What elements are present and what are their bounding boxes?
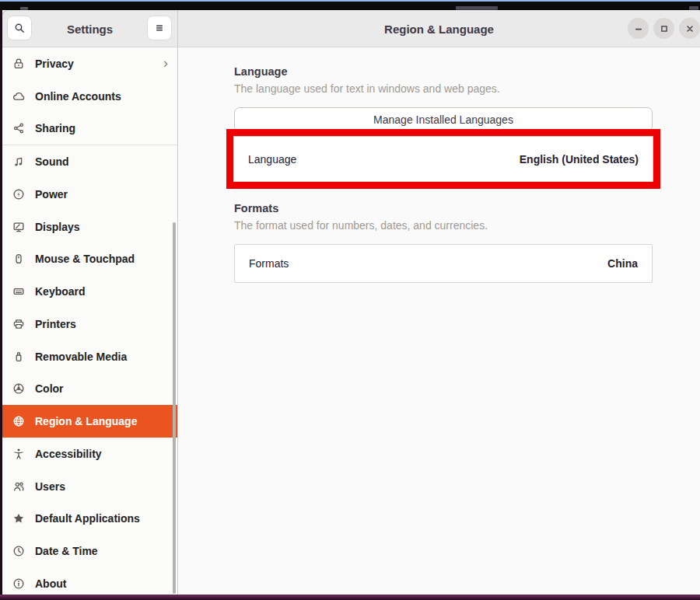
sidebar-item-label: Printers	[35, 318, 76, 330]
sidebar-item-region-language[interactable]: Region & Language	[2, 405, 177, 438]
sidebar-item-label: Color	[35, 382, 64, 395]
menu-button[interactable]	[147, 16, 172, 40]
mouse-icon	[12, 253, 25, 265]
hamburger-icon	[153, 22, 166, 34]
formats-section-heading: Formats	[234, 202, 278, 215]
minimize-button[interactable]	[628, 18, 649, 39]
sidebar-item-label: Online Accounts	[35, 90, 121, 103]
sidebar-item-removable-media[interactable]: Removable Media	[2, 340, 177, 373]
sidebar-item-date-time[interactable]: Date & Time	[2, 535, 177, 567]
sidebar-item-power[interactable]: Power	[2, 178, 177, 211]
sidebar-item-color[interactable]: Color	[2, 373, 177, 406]
sidebar-item-default-applications[interactable]: Default Applications	[2, 503, 177, 535]
clock-icon	[12, 545, 25, 557]
sidebar-header: Settings	[2, 10, 177, 47]
language-row-label: Language	[248, 153, 296, 166]
desktop-top-bar	[0, 0, 700, 10]
sidebar-item-users[interactable]: Users	[2, 470, 177, 503]
users-icon	[12, 480, 25, 493]
power-icon	[12, 188, 25, 201]
formats-row-value: China	[607, 257, 638, 270]
sidebar-item-label: Sound	[35, 155, 69, 168]
sidebar-list: Privacy›Online AccountsSharingSoundPower…	[2, 47, 177, 595]
screen: Settings Privacy›Online AccountsSharingS…	[0, 0, 700, 600]
sidebar-item-label: About	[35, 577, 66, 590]
accessibility-icon	[12, 448, 25, 460]
sidebar-item-privacy[interactable]: Privacy›	[2, 47, 177, 80]
formats-row[interactable]: Formats China	[234, 244, 653, 283]
maximize-icon	[658, 23, 670, 35]
desktop-bottom-strip	[0, 595, 700, 600]
sidebar-item-sound[interactable]: Sound	[2, 145, 177, 178]
sidebar-item-mouse-touchpad[interactable]: Mouse & Touchpad	[2, 243, 177, 276]
info-icon	[12, 577, 25, 590]
display-icon	[12, 221, 25, 233]
formats-row-label: Formats	[249, 257, 289, 270]
music-note-icon	[12, 155, 25, 168]
sidebar-item-label: Keyboard	[35, 285, 86, 298]
main-panel: Region & Language Language The language …	[178, 10, 700, 595]
sidebar-scrollbar[interactable]	[173, 222, 176, 594]
sidebar-item-label: Displays	[35, 221, 80, 233]
language-row-value: English (United States)	[520, 153, 639, 166]
lock-icon	[12, 58, 25, 70]
language-section-description: The language used for text in windows an…	[234, 82, 500, 95]
chevron-right-icon: ›	[163, 55, 168, 70]
sidebar-item-label: Region & Language	[35, 415, 137, 427]
cloud-icon	[12, 90, 25, 103]
formats-section-description: The format used for numbers, dates, and …	[234, 219, 488, 232]
sidebar-item-displays[interactable]: Displays	[2, 211, 177, 243]
sidebar-item-sharing[interactable]: Sharing	[2, 113, 177, 145]
sidebar-item-label: Sharing	[35, 122, 75, 134]
sidebar-item-online-accounts[interactable]: Online Accounts	[2, 80, 177, 113]
language-row[interactable]: Language English (United States)	[233, 136, 653, 182]
share-icon	[12, 122, 25, 134]
keyboard-icon	[12, 285, 25, 298]
star-icon	[12, 512, 25, 525]
sidebar-item-label: Privacy	[35, 58, 74, 70]
close-button[interactable]	[679, 18, 700, 39]
sidebar-item-label: Accessibility	[35, 448, 102, 460]
globe-icon	[12, 415, 25, 427]
maximize-button[interactable]	[653, 18, 674, 39]
sidebar-item-printers[interactable]: Printers	[2, 308, 177, 340]
close-icon	[684, 23, 696, 35]
manage-installed-languages-button[interactable]: Manage Installed Languages	[234, 107, 653, 131]
main-header: Region & Language	[178, 10, 700, 47]
flash-drive-icon	[12, 351, 25, 363]
settings-window: Settings Privacy›Online AccountsSharingS…	[2, 10, 700, 595]
sidebar-item-label: Date & Time	[35, 545, 98, 557]
window-controls	[628, 18, 700, 39]
color-wheel-icon	[12, 382, 25, 395]
printer-icon	[12, 318, 25, 330]
sidebar-item-accessibility[interactable]: Accessibility	[2, 438, 177, 470]
sidebar-item-label: Mouse & Touchpad	[35, 253, 135, 265]
sidebar: Settings Privacy›Online AccountsSharingS…	[2, 10, 177, 595]
sidebar-item-label: Removable Media	[35, 351, 127, 363]
sidebar-item-about[interactable]: About	[2, 567, 177, 595]
sidebar-item-label: Default Applications	[35, 512, 140, 525]
page-title: Region & Language	[178, 10, 700, 47]
annotation-highlight-box: Language English (United States)	[226, 129, 660, 189]
sidebar-item-label: Users	[35, 480, 65, 493]
language-section-heading: Language	[234, 65, 287, 78]
sidebar-item-label: Power	[35, 188, 68, 201]
sidebar-item-keyboard[interactable]: Keyboard	[2, 275, 177, 308]
content: Language The language used for text in w…	[178, 47, 700, 595]
minimize-icon	[632, 23, 645, 35]
